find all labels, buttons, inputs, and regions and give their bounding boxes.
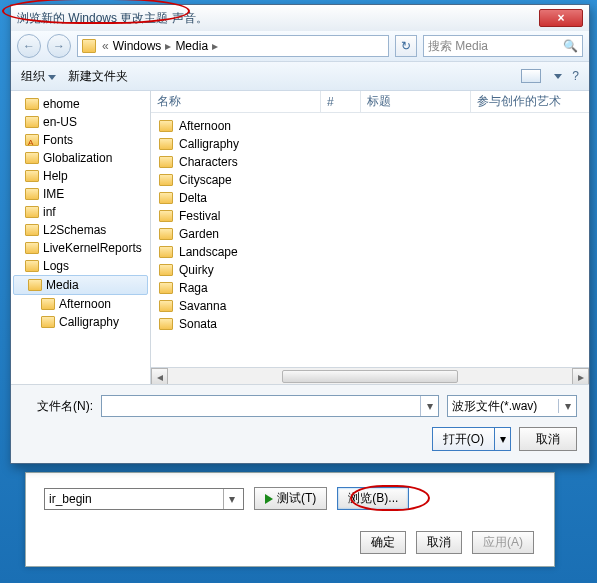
help-button[interactable]: ? (572, 69, 579, 83)
folder-icon (25, 206, 39, 218)
list-item[interactable]: Afternoon (151, 117, 589, 135)
organize-button[interactable]: 组织 (21, 68, 56, 85)
scroll-thumb[interactable] (282, 370, 457, 383)
ok-button-label: 确定 (371, 534, 395, 551)
list-item[interactable]: Savanna (151, 297, 589, 315)
filename-input[interactable] (102, 396, 420, 416)
nav-back-button[interactable]: ← (17, 34, 41, 58)
folder-icon (25, 116, 39, 128)
newfolder-button[interactable]: 新建文件夹 (68, 68, 128, 85)
tree-item-label: IME (43, 187, 64, 201)
apply-button-label: 应用(A) (483, 534, 523, 551)
list-item[interactable]: Quirky (151, 261, 589, 279)
list-item[interactable]: Landscape (151, 243, 589, 261)
list-item[interactable]: Raga (151, 279, 589, 297)
breadcrumb-seg-media[interactable]: Media (173, 39, 210, 53)
cancel-button[interactable]: 取消 (519, 427, 577, 451)
tree-item[interactable]: Help (11, 167, 150, 185)
scroll-right-button[interactable]: ▸ (572, 368, 589, 384)
sound-settings-window: ir_begin ▾ 测试(T) 浏览(B)... 确定 取消 应用(A) (25, 472, 555, 567)
list-item[interactable]: Garden (151, 225, 589, 243)
list-item[interactable]: Characters (151, 153, 589, 171)
col-num[interactable]: # (321, 91, 361, 112)
view-options-button[interactable] (521, 69, 541, 83)
folder-icon (159, 228, 173, 240)
col-artist[interactable]: 参与创作的艺术 (471, 91, 589, 112)
cancel-button[interactable]: 取消 (416, 531, 462, 554)
browse-button[interactable]: 浏览(B)... (337, 487, 409, 510)
filetype-filter[interactable]: 波形文件(*.wav) ▾ (447, 395, 577, 417)
folder-icon (159, 264, 173, 276)
open-split-button[interactable]: 打开(O) ▾ (432, 427, 511, 451)
filename-label: 文件名(N): (23, 398, 93, 415)
folder-icon (159, 138, 173, 150)
tree-item-label: Logs (43, 259, 69, 273)
file-list[interactable]: AfternoonCalligraphyCharactersCityscapeD… (151, 113, 589, 367)
tree-item[interactable]: Globalization (11, 149, 150, 167)
list-item[interactable]: Cityscape (151, 171, 589, 189)
list-item[interactable]: Festival (151, 207, 589, 225)
ok-button[interactable]: 确定 (360, 531, 406, 554)
tree-item[interactable]: L2Schemas (11, 221, 150, 239)
chevron-down-icon (554, 74, 562, 79)
folder-icon (82, 39, 96, 53)
folder-icon (25, 242, 39, 254)
chevron-down-icon[interactable]: ▾ (558, 399, 576, 413)
filename-combo[interactable]: ▾ (101, 395, 439, 417)
column-headers[interactable]: 名称 # 标题 参与创作的艺术 (151, 91, 589, 113)
search-input[interactable]: 搜索 Media 🔍 (423, 35, 583, 57)
folder-icon (159, 282, 173, 294)
breadcrumb-overflow[interactable]: « (100, 39, 111, 53)
chevron-right-icon[interactable]: ▸ (210, 39, 220, 53)
chevron-down-icon[interactable]: ▾ (420, 396, 438, 416)
list-item-label: Delta (179, 191, 207, 205)
test-button[interactable]: 测试(T) (254, 487, 327, 510)
close-button[interactable]: × (539, 9, 583, 27)
col-name[interactable]: 名称 (151, 91, 321, 112)
open-button[interactable]: 打开(O) (432, 427, 495, 451)
close-icon: × (557, 11, 564, 25)
tree-item[interactable]: Media (13, 275, 148, 295)
tree-item[interactable]: IME (11, 185, 150, 203)
folder-icon (25, 224, 39, 236)
tree-item[interactable]: en-US (11, 113, 150, 131)
sound-scheme-value: ir_begin (49, 492, 92, 506)
search-icon: 🔍 (563, 39, 578, 53)
list-item-label: Characters (179, 155, 238, 169)
tree-item-label: LiveKernelReports (43, 241, 142, 255)
list-item[interactable]: Delta (151, 189, 589, 207)
tree-item[interactable]: Logs (11, 257, 150, 275)
nav-forward-button[interactable]: → (47, 34, 71, 58)
sound-scheme-combo[interactable]: ir_begin ▾ (44, 488, 244, 510)
folder-icon (25, 152, 39, 164)
tree-item[interactable]: Afternoon (11, 295, 150, 313)
chevron-right-icon[interactable]: ▸ (163, 39, 173, 53)
list-item[interactable]: Sonata (151, 315, 589, 333)
breadcrumb[interactable]: « Windows ▸ Media ▸ (77, 35, 389, 57)
tree-item[interactable]: inf (11, 203, 150, 221)
list-item[interactable]: Calligraphy (151, 135, 589, 153)
titlebar[interactable]: 浏览新的 Windows 更改主题 声音。 × (11, 5, 589, 31)
tree-item[interactable]: ehome (11, 95, 150, 113)
folder-icon (159, 210, 173, 222)
dialog-bottom: 文件名(N): ▾ 波形文件(*.wav) ▾ 打开(O) ▾ 取消 (11, 384, 589, 463)
tree-item[interactable]: LiveKernelReports (11, 239, 150, 257)
tree-item[interactable]: Fonts (11, 131, 150, 149)
scroll-left-button[interactable]: ◂ (151, 368, 168, 384)
chevron-down-icon: ▾ (223, 489, 239, 509)
tree-item-label: Help (43, 169, 68, 183)
breadcrumb-seg-windows[interactable]: Windows (111, 39, 164, 53)
col-title[interactable]: 标题 (361, 91, 471, 112)
refresh-button[interactable]: ↻ (395, 35, 417, 57)
list-item-label: Garden (179, 227, 219, 241)
tree-item[interactable]: Calligraphy (11, 313, 150, 331)
folder-icon (159, 300, 173, 312)
folder-icon (159, 318, 173, 330)
open-dropdown-button[interactable]: ▾ (495, 427, 511, 451)
open-button-label: 打开(O) (443, 431, 484, 448)
list-item-label: Festival (179, 209, 220, 223)
folder-tree[interactable]: ehomeen-USFontsGlobalizationHelpIMEinfL2… (11, 91, 151, 384)
tree-item-label: inf (43, 205, 56, 219)
horizontal-scrollbar[interactable]: ◂ ▸ (151, 367, 589, 384)
arrow-right-icon: → (53, 39, 65, 53)
